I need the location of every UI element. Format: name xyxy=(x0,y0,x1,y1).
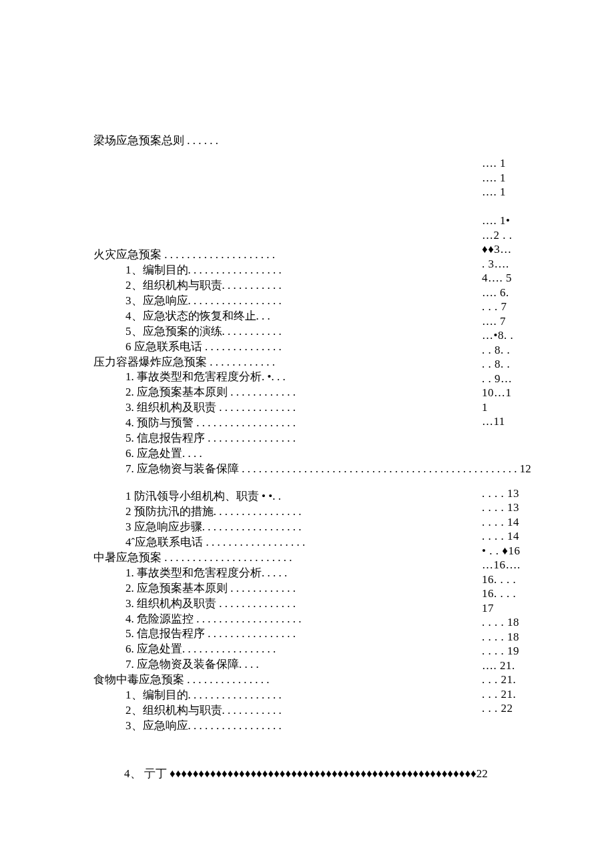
page-number: . . . . 14 xyxy=(482,515,537,530)
page: 梁场应急预案总则 . . . . . . …. 1…. 1…. 1 …. 1•…… xyxy=(0,0,614,868)
toc-entry: 食物中毒应急预案 . . . . . . . . . . . . . . . xyxy=(93,673,517,688)
page-number-column: …. 1…. 1…. 1 …. 1•…2 . .♦♦3…. 3…. 4…. 5…… xyxy=(482,156,537,716)
page-number: …. 1 xyxy=(482,185,537,199)
toc-entry: 1. 事故类型和危害程度分析. •. . . xyxy=(93,370,517,385)
page-number xyxy=(482,199,537,214)
page-number: 4…. 5 xyxy=(482,271,537,286)
page-number: …. 1 xyxy=(482,156,537,171)
toc-entry: 1、编制目的. . . . . . . . . . . . . . . . . xyxy=(93,263,517,278)
page-number: . . . 21. xyxy=(482,687,537,702)
page-number: . . . . 18 xyxy=(482,615,537,630)
page-number: . . . . 13 xyxy=(482,500,537,515)
page-number: . . . . 18 xyxy=(482,630,537,644)
toc-entry: 7. 应急物资及装备保障. . . . xyxy=(93,657,517,673)
page-number: . 3…. xyxy=(482,257,537,272)
toc-bottom-line: 4、 亍丁 ♦♦♦♦♦♦♦♦♦♦♦♦♦♦♦♦♦♦♦♦♦♦♦♦♦♦♦♦♦♦♦♦♦♦… xyxy=(124,767,488,782)
page-number: …. 1 xyxy=(482,171,537,185)
page-number: …. 21. xyxy=(482,659,537,673)
page-number: 1 xyxy=(482,400,537,415)
toc-entry: 2、组织机构与职责. . . . . . . . . . . xyxy=(93,703,517,719)
page-number: . . 9… xyxy=(482,372,537,386)
page-number: . . . 22 xyxy=(482,701,537,716)
page-number: . . . . 19 xyxy=(482,644,537,659)
page-number: …•8. . xyxy=(482,328,537,343)
page-number: . . 8. . xyxy=(482,343,537,358)
page-number: 16. . . . xyxy=(482,572,537,587)
page-number: …. 7 xyxy=(482,314,537,329)
toc-entry: 1 防汛领导小组机构、职责 • •. . xyxy=(93,489,517,504)
page-number: …. 6. xyxy=(482,286,537,300)
page-number: …11 xyxy=(482,414,537,429)
page-number: 10…1 xyxy=(482,386,537,400)
toc-entry: 2. 应急预案基本原则 . . . . . . . . . . . . xyxy=(93,385,517,400)
toc-entry: 2、组织机构与职责. . . . . . . . . . . xyxy=(93,278,517,294)
page-number: . . . 7 xyxy=(482,300,537,314)
page-number xyxy=(482,472,537,486)
toc-entry: 6. 应急处置. . . . . . . . . . . . . . . . . xyxy=(93,642,517,657)
page-number: …2 . . xyxy=(482,228,537,243)
toc-entry: 3、应急响应. . . . . . . . . . . . . . . . . xyxy=(93,294,517,309)
page-number: . . . . 13 xyxy=(482,486,537,501)
toc-entry: 3. 组织机构及职责 . . . . . . . . . . . . . . xyxy=(93,400,517,416)
toc-entry: 7. 应急物资与装备保障 . . . . . . . . . . . . . .… xyxy=(93,462,517,477)
toc-entry: 4ˆ应急联系电话 . . . . . . . . . . . . . . . .… xyxy=(93,535,517,550)
toc-lines: 火灾应急预案 . . . . . . . . . . . . . . . . .… xyxy=(93,248,517,734)
page-number: …. 1• xyxy=(482,213,537,228)
toc-entry: 3、应急响应. . . . . . . . . . . . . . . . . xyxy=(93,719,517,734)
toc-entry: 2 预防抗汛的措施. . . . . . . . . . . . . . . . xyxy=(93,504,517,520)
page-number: 16. . . . xyxy=(482,586,537,601)
toc-entry: 1. 事故类型和危害程度分析. . . . . xyxy=(93,566,517,581)
toc-entry: 5、应急预案的演练. . . . . . . . . . . xyxy=(93,324,517,340)
toc-entry: 5. 信息报告程序 . . . . . . . . . . . . . . . … xyxy=(93,626,517,642)
toc-entry: 4. 危险源监控 . . . . . . . . . . . . . . . .… xyxy=(93,612,517,627)
toc-entry: 火灾应急预案 . . . . . . . . . . . . . . . . .… xyxy=(93,248,517,263)
toc-entry: 5. 信息报告程序 . . . . . . . . . . . . . . . … xyxy=(93,431,517,446)
toc-entry: 3 应急响应步骤. . . . . . . . . . . . . . . . … xyxy=(93,520,517,535)
toc-entry: 4、应急状态的恢复和终止. . . xyxy=(93,309,517,324)
page-number: . . . 21. xyxy=(482,673,537,687)
page-number xyxy=(482,458,537,472)
toc-entry: 4. 预防与预警 . . . . . . . . . . . . . . . .… xyxy=(93,416,517,431)
page-number: …16…. xyxy=(482,558,537,572)
page-number: . . 8. . xyxy=(482,357,537,372)
toc-entry: 中暑应急预案 . . . . . . . . . . . . . . . . .… xyxy=(93,550,517,566)
page-number: 17 xyxy=(482,601,537,616)
toc-entry: 6 应急联系电话 . . . . . . . . . . . . . . xyxy=(93,340,517,355)
toc-title: 梁场应急预案总则 . . . . . . xyxy=(93,133,517,149)
toc-entry: 3. 组织机构及职责 . . . . . . . . . . . . . . xyxy=(93,596,517,612)
blank-line xyxy=(93,477,517,489)
page-number: • . . ♦16 xyxy=(482,544,537,558)
page-number: ♦♦3… xyxy=(482,242,537,257)
toc-entry: 2. 应急预案基本原则 . . . . . . . . . . . . xyxy=(93,581,517,596)
toc-entry: 压力容器爆炸应急预案 . . . . . . . . . . . . xyxy=(93,355,517,370)
page-number xyxy=(482,429,537,444)
page-number xyxy=(482,443,537,458)
toc-entry: 1、编制目的. . . . . . . . . . . . . . . . . xyxy=(93,688,517,703)
toc-entry: 6. 应急处置. . . . xyxy=(93,446,517,462)
page-number: . . . . 14 xyxy=(482,529,537,544)
